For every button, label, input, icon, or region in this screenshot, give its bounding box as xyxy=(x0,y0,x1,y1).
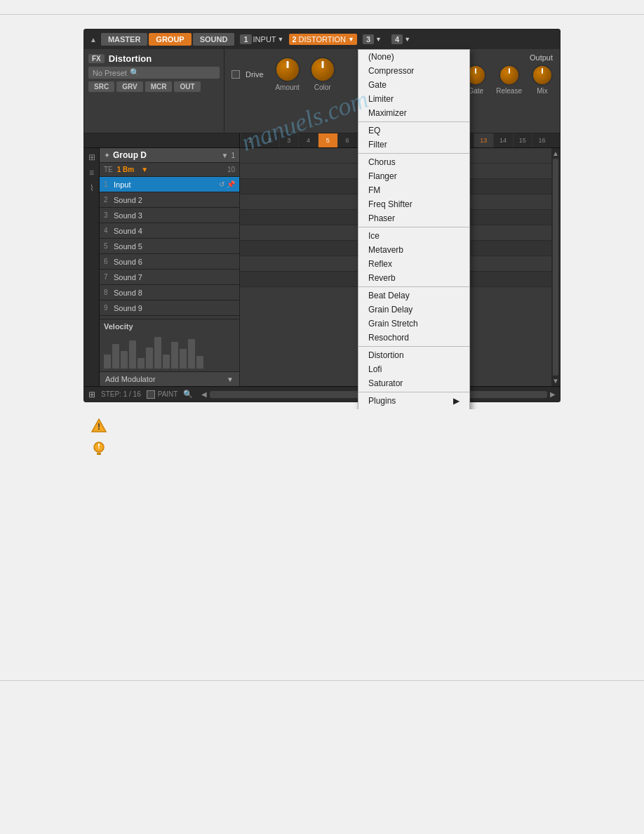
vel-bar-3 xyxy=(121,351,128,369)
sound-item-1[interactable]: 1 Input ↺ 📌 xyxy=(100,177,239,192)
fx-btn-out[interactable]: OUT xyxy=(174,81,200,92)
seq-num-2[interactable]: 2 xyxy=(260,133,279,147)
sound-name-1: Input xyxy=(114,180,219,189)
tempo-num: 10 xyxy=(227,166,235,173)
tab-master[interactable]: MASTER xyxy=(101,33,147,46)
knob-mix-label: Mix xyxy=(537,87,548,95)
status-search-icon[interactable]: 🔍 xyxy=(183,390,193,399)
menu-item-resochord[interactable]: Resochord xyxy=(358,331,469,345)
group-dropdown-arrow[interactable]: ▼ xyxy=(222,152,229,159)
slot-2-arrow[interactable]: ▼ xyxy=(348,36,354,43)
sound-item-3[interactable]: 3 Sound 3 xyxy=(100,208,239,223)
seq-num-4[interactable]: 4 xyxy=(298,133,318,147)
fx-btn-grv[interactable]: GRV xyxy=(116,81,143,92)
menu-item-compressor[interactable]: Compressor xyxy=(358,64,469,78)
sound-name-2: Sound 2 xyxy=(114,196,235,204)
knob-release-control[interactable] xyxy=(499,65,520,86)
wave-view-btn[interactable]: ⌇ xyxy=(88,182,95,194)
slot-3-arrow[interactable]: ▼ xyxy=(375,36,382,43)
sound-name-4: Sound 4 xyxy=(114,227,235,235)
slot-1-arrow[interactable]: ▼ xyxy=(278,36,284,43)
paint-checkbox[interactable] xyxy=(147,390,155,399)
tab-sound[interactable]: SOUND xyxy=(193,33,235,46)
slot-4[interactable]: 4 ▼ xyxy=(387,33,415,46)
menu-item-saturator[interactable]: Saturator xyxy=(358,376,469,390)
scroll-right-end-btn[interactable]: ▶ xyxy=(550,390,556,398)
knob-mix-control[interactable] xyxy=(532,65,553,86)
sound-num-1: 1 xyxy=(104,180,114,188)
vel-bar-12 xyxy=(196,356,203,369)
seq-num-3[interactable]: 3 xyxy=(279,133,299,147)
seq-num-16[interactable]: 16 xyxy=(532,133,551,147)
sound-item-2[interactable]: 2 Sound 2 xyxy=(100,192,239,208)
seq-num-15[interactable]: 15 xyxy=(513,133,532,147)
add-modulator[interactable]: Add Modulator ▼ xyxy=(100,371,239,386)
list-view-btn[interactable]: ≡ xyxy=(88,166,95,179)
sound-name-8: Sound 8 xyxy=(114,289,235,297)
menu-item-distortion[interactable]: Distortion xyxy=(358,348,469,362)
status-icon-left[interactable]: ⊞ xyxy=(88,390,95,399)
menu-item-grain-stretch[interactable]: Grain Stretch xyxy=(358,317,469,331)
menu-item-chorus[interactable]: Chorus xyxy=(358,155,469,169)
menu-item-reverb[interactable]: Reverb xyxy=(358,271,469,285)
fx-btn-src[interactable]: SRC xyxy=(88,81,114,92)
menu-item-eq[interactable]: EQ xyxy=(358,124,469,138)
menu-item-fm[interactable]: FM xyxy=(358,183,469,197)
slot-4-arrow[interactable]: ▼ xyxy=(404,36,410,43)
window-up-arrow[interactable]: ▲ xyxy=(87,34,100,45)
menu-item-limiter[interactable]: Limiter xyxy=(358,92,469,106)
sound-item-4[interactable]: 4 Sound 4 xyxy=(100,223,239,239)
left-icon-btns: ⊞ ≡ ⌇ xyxy=(84,148,100,386)
knob-amount-control[interactable] xyxy=(275,57,300,82)
preset-bar[interactable]: No Preset 🔍 xyxy=(88,67,220,79)
slot-1-num: 1 xyxy=(240,34,251,44)
menu-item-gate[interactable]: Gate xyxy=(358,78,469,92)
slot-2[interactable]: 2 DISTORTION ▼ xyxy=(289,34,356,45)
seq-num-14[interactable]: 14 xyxy=(493,133,513,147)
menu-item-maximizer[interactable]: Maximizer xyxy=(358,106,469,120)
svg-rect-3 xyxy=(97,453,101,455)
menu-item-beat-delay[interactable]: Beat Delay xyxy=(358,289,469,303)
sound-item-6[interactable]: 6 Sound 6 xyxy=(100,254,239,270)
menu-item-lofi[interactable]: Lofi xyxy=(358,362,469,376)
scroll-down-btn[interactable]: ▼ xyxy=(552,377,559,385)
fx-btn-mcr[interactable]: MCR xyxy=(145,81,173,92)
menu-item-flanger[interactable]: Flanger xyxy=(358,169,469,183)
seq-num-5[interactable]: 5 xyxy=(318,133,337,147)
slot-1[interactable]: 1 INPUT ▼ xyxy=(236,33,288,46)
plugins-submenu-arrow: ▶ xyxy=(453,396,459,406)
knob-color: Color xyxy=(310,57,335,91)
seq-num-13[interactable]: 13 xyxy=(474,133,493,147)
menu-item-grain-delay[interactable]: Grain Delay xyxy=(358,303,469,317)
knob-release-label: Release xyxy=(496,87,522,95)
knob-amount: Amount xyxy=(275,57,300,91)
knob-release: Release xyxy=(496,65,522,95)
sound-item-8[interactable]: 8 Sound 8 xyxy=(100,285,239,300)
menu-item-freq-shifter[interactable]: Freq Shifter xyxy=(358,197,469,211)
menu-item-phaser[interactable]: Phaser xyxy=(358,211,469,225)
sound-item-9[interactable]: 9 Sound 9 xyxy=(100,300,239,316)
tempo-arrow[interactable]: ▼ xyxy=(141,166,148,173)
menu-item-reflex[interactable]: Reflex xyxy=(358,257,469,271)
scroll-up-btn[interactable]: ▲ xyxy=(552,150,559,157)
fx-enable-checkbox[interactable] xyxy=(232,70,240,79)
slot-3-num: 3 xyxy=(363,34,374,44)
seq-num-6[interactable]: 6 xyxy=(337,133,357,147)
sound-item-5[interactable]: 5 Sound 5 xyxy=(100,239,239,254)
menu-item-plugins[interactable]: Plugins ▶ xyxy=(358,394,469,408)
slot-3[interactable]: 3 ▼ xyxy=(358,33,386,46)
seq-num-1[interactable]: 1 xyxy=(240,133,260,147)
sound-item-7[interactable]: 7 Sound 7 xyxy=(100,270,239,285)
menu-item-ice[interactable]: Ice xyxy=(358,229,469,243)
svg-point-5 xyxy=(98,447,100,449)
main-content: ⊞ ≡ ⌇ ✦ Group D ▼ 1 TE 1 xyxy=(84,148,560,386)
preset-search-icon[interactable]: 🔍 xyxy=(130,68,140,77)
knob-color-control[interactable] xyxy=(310,57,335,82)
scroll-left-btn[interactable]: ◀ xyxy=(201,390,207,398)
tip-row xyxy=(90,440,554,457)
menu-item-filter[interactable]: Filter xyxy=(358,138,469,152)
menu-item-none[interactable]: (None) xyxy=(358,50,469,64)
grid-view-btn[interactable]: ⊞ xyxy=(87,151,97,164)
menu-item-metaverb[interactable]: Metaverb xyxy=(358,243,469,257)
tab-group[interactable]: GROUP xyxy=(149,33,191,46)
